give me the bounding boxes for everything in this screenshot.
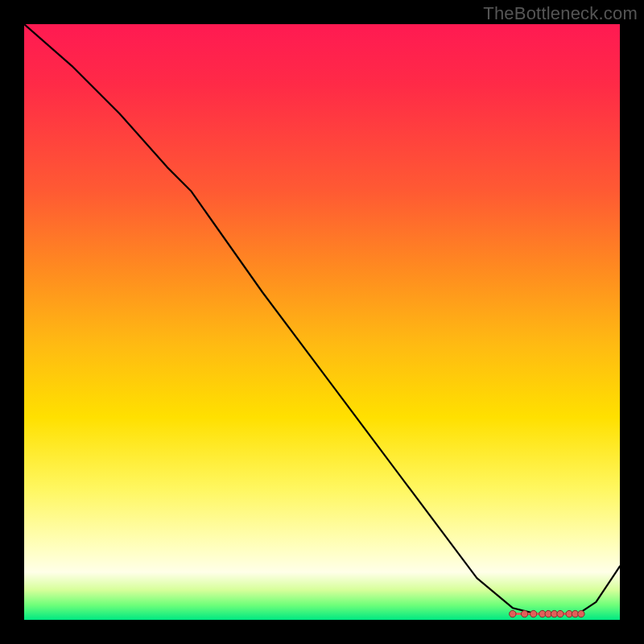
plot-overlay [24,24,620,620]
marker-dots [510,610,585,617]
marker-dot [530,610,537,617]
marker-dot [578,610,584,617]
marker-dot [510,610,516,617]
marker-dot [557,610,564,617]
chart-frame: TheBottleneck.com [0,0,644,644]
watermark-text: TheBottleneck.com [483,3,638,24]
plot-area [24,24,620,620]
main-curve [24,24,620,614]
marker-dot [521,610,527,617]
